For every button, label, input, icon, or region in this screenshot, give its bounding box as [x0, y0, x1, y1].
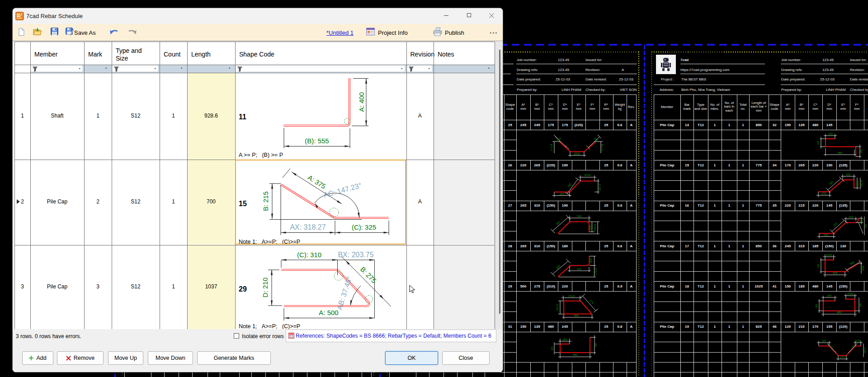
svg-text:(220): (220)	[584, 174, 590, 176]
svg-text:A: 500: A: 500	[319, 309, 338, 316]
svg-text:265: 265	[829, 180, 834, 186]
svg-text:190.73: 190.73	[860, 180, 863, 187]
svg-text:310: 310	[577, 268, 582, 270]
svg-text:215: 215	[833, 221, 838, 227]
svg-text:220: 220	[846, 173, 851, 176]
svg-text:11: 11	[239, 113, 246, 121]
svg-text:(150): (150)	[847, 292, 854, 295]
svg-text:220: 220	[824, 233, 829, 236]
svg-text:315: 315	[833, 272, 838, 274]
svg-text:B: 275: B: 275	[359, 265, 378, 284]
svg-text:A: 400: A: 400	[358, 92, 365, 112]
svg-text:210: 210	[829, 344, 834, 349]
svg-text:177.08: 177.08	[550, 144, 553, 151]
svg-text:120: 120	[821, 339, 826, 342]
svg-text:(150): (150)	[826, 254, 832, 256]
svg-text:135: 135	[817, 141, 820, 145]
svg-text:220: 220	[560, 193, 565, 195]
svg-text:(144): (144)	[862, 265, 864, 271]
svg-text:178.04: 178.04	[594, 268, 597, 275]
svg-text:365: 365	[849, 261, 855, 266]
svg-text:145: 145	[817, 264, 820, 268]
svg-text:(135): (135)	[856, 181, 859, 186]
svg-text:145: 145	[859, 303, 862, 307]
svg-text:480: 480	[838, 151, 843, 154]
svg-text:170: 170	[821, 192, 826, 195]
svg-text:210: 210	[851, 344, 855, 349]
svg-text:135: 135	[551, 346, 553, 350]
svg-text:245: 245	[557, 137, 562, 142]
svg-text:150: 150	[562, 338, 567, 340]
svg-text:177.08: 177.08	[601, 144, 604, 151]
svg-text:29: 29	[239, 285, 247, 293]
svg-text:480: 480	[573, 353, 578, 356]
svg-text:190.73: 190.73	[599, 184, 601, 191]
svg-text:(150): (150)	[590, 258, 592, 263]
svg-text:185: 185	[815, 304, 818, 308]
svg-text:265: 265	[556, 220, 561, 226]
svg-text:500: 500	[574, 314, 579, 317]
svg-text:(C): 310: (C): 310	[297, 251, 321, 259]
svg-text:150: 150	[827, 294, 832, 297]
svg-text:265: 265	[556, 264, 561, 269]
svg-text:D: 210: D: 210	[261, 277, 269, 297]
svg-text:220: 220	[849, 216, 854, 218]
svg-text:(B): 555: (B): 555	[305, 137, 329, 145]
svg-text:480: 480	[837, 311, 842, 314]
svg-text:(150): (150)	[589, 224, 591, 230]
svg-text:BX: 203.75: BX: 203.75	[338, 251, 373, 259]
svg-text:153.2: 153.2	[863, 347, 866, 353]
svg-text:(310): (310)	[568, 295, 575, 297]
svg-text:(120): (120)	[855, 339, 861, 342]
svg-text:245: 245	[594, 343, 597, 347]
svg-text:188.04: 188.04	[594, 224, 596, 231]
svg-text:(135): (135)	[860, 217, 863, 223]
svg-text:150: 150	[828, 132, 833, 135]
svg-text:A >= P; (B) >= P: A >= P; (B) >= P	[239, 152, 283, 158]
svg-text:145: 145	[864, 224, 867, 228]
svg-text:265: 265	[567, 183, 572, 188]
svg-text:145: 145	[860, 150, 863, 154]
svg-text:310: 310	[577, 215, 582, 217]
svg-text:Note 1; A>=P; (C)>=P: Note 1; A>=P; (C)>=P	[239, 323, 300, 330]
svg-text:170: 170	[840, 356, 845, 358]
svg-text:219.03: 219.03	[556, 304, 559, 311]
svg-text:(220): (220)	[574, 152, 580, 155]
